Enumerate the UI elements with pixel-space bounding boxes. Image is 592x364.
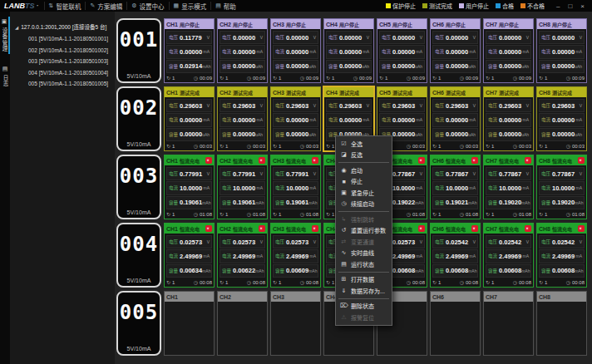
cycle-icon: ↻ <box>486 75 490 81</box>
current-unit: mA <box>523 253 530 258</box>
device-panel[interactable]: 0015V/10mA <box>116 18 161 83</box>
tree-item-003[interactable]: 003 [5V/10mA-1.1-20180501003] <box>10 56 115 67</box>
channel-card[interactable]: CH6 <box>430 291 481 356</box>
channel-card[interactable]: CH8用户停止电压0.00000V电流0.00000mA容量0.00000uAh… <box>536 18 587 83</box>
channel-card[interactable]: CH3恒流充电»电压0.77991V电流10.0000mA容量0.19061mA… <box>270 155 321 219</box>
voltage-unit: V <box>473 239 476 244</box>
step-time: ◷00:03 <box>407 143 425 149</box>
channel-card[interactable]: CH1用户停止电压0.11779V电流0.00000mA容量0.02914mAh… <box>164 18 215 83</box>
menu-display-mode[interactable]: ▦显示模式 <box>169 2 211 10</box>
collapse-arrow-icon[interactable]: ◢ <box>15 25 18 30</box>
context-menu-item-select-all[interactable]: ☑全选 <box>336 138 392 150</box>
device-panel[interactable]: 0025V/10mA <box>116 86 161 151</box>
context-menu-item-reset-run-params[interactable]: ↺重置运行参数 <box>336 225 392 237</box>
current-row: 电流10.0000mA <box>486 181 531 194</box>
current-row: 电流2.49969mA <box>539 249 585 263</box>
tree-root[interactable]: ◢127.0.0.1:2001,2000 [连接设备5 台] <box>10 22 115 33</box>
voltage-label: 电压 <box>222 34 231 41</box>
channel-card[interactable]: CH6恒流充电»电压0.77867V电流10.0000mA容量0.19021mA… <box>430 155 481 219</box>
channel-card[interactable]: CH7恒流充电»电压0.02542V电流2.49969mA容量0.00608mA… <box>483 223 534 288</box>
channel-card[interactable]: CH3用户停止电压0.00000V电流0.00000mA容量0.00000uAh… <box>270 18 321 83</box>
context-menu-item-invert-selection[interactable]: ◪反选 <box>336 150 392 161</box>
channel-card[interactable]: CH8恒流充电»电压0.77867V电流10.0000mA容量0.19020mA… <box>536 155 587 219</box>
device-panel[interactable]: 0035V/10mA <box>116 155 161 219</box>
minimize-button[interactable]: – <box>556 2 560 10</box>
context-menu-item-delete-status[interactable]: ⌦删除状态 <box>336 301 392 312</box>
channel-header: CH6测试完成 <box>431 87 480 97</box>
current-unit: mA <box>257 253 264 258</box>
current-row: 电流0.00000mA <box>166 113 212 126</box>
channel-card[interactable]: CH3 <box>270 291 321 356</box>
context-menu-item-save-data-as[interactable]: ⇓数据另存为... <box>336 285 392 297</box>
context-menu-item-stop[interactable]: ■停止 <box>336 176 392 188</box>
save-data-as-icon: ⇓ <box>340 288 348 294</box>
current-value: 10.0000 <box>233 184 255 192</box>
menu-separator <box>338 211 389 212</box>
tree-item-001[interactable]: 001 [5V/10mA-1.1-20180501001] <box>10 33 115 45</box>
channel-card[interactable]: CH2恒流充电»电压0.77991V电流10.0000mA容量0.19061mA… <box>217 155 268 219</box>
tree-item-005[interactable]: 005 [5V/10mA-1.1-20180501005] <box>10 78 115 90</box>
context-menu-item-resume-start[interactable]: ◷续接启动 <box>336 199 392 210</box>
channel-card[interactable]: CH7恒流充电»电压0.77867V电流10.0000mA容量0.19020mA… <box>483 155 534 219</box>
voltage-label: 电压 <box>222 102 231 109</box>
capacity-label: 容量 <box>435 199 444 206</box>
channel-card[interactable]: CH3测试完成电压0.29603V电流0.00000mA容量0.00000uAh… <box>270 86 321 151</box>
cycle-count: 1 <box>332 280 334 285</box>
current-label: 电流 <box>541 184 550 191</box>
maximize-button[interactable]: □ <box>568 2 572 10</box>
context-menu-item-start[interactable]: ◉启动 <box>336 165 392 176</box>
current-row: 电流0.00000mA <box>432 113 478 126</box>
legend-label: 不合格 <box>527 2 545 10</box>
channel-card[interactable]: CH8测试完成电压0.29603V电流0.00000mA容量0.00000uAh… <box>536 86 587 151</box>
channel-card[interactable]: CH2测试完成电压0.29603V电流0.00000mA容量0.00000uAh… <box>217 86 268 151</box>
channel-card[interactable]: CH1恒流充电»电压0.77991V电流10.0000mA容量0.19061mA… <box>164 155 215 219</box>
channel-card[interactable]: CH5用户停止电压0.00000V电流0.00000mA容量0.00000uAh… <box>377 18 427 83</box>
channel-card[interactable]: CH2 <box>217 291 268 356</box>
channel-card[interactable]: CH1恒流充电»电压0.02573V电流2.49969mA容量0.00634mA… <box>164 223 215 288</box>
current-value: 0.00000 <box>286 116 308 124</box>
menu-smart-connect[interactable]: ⇅智能联机 <box>44 2 86 10</box>
current-unit: mA <box>310 49 317 54</box>
tree-item-002[interactable]: 002 [5V/10mA-1.1-20180501002] <box>10 45 115 57</box>
context-menu-label: 续接启动 <box>351 199 374 208</box>
menu-plan-edit[interactable]: ✎方案编辑 <box>85 2 126 10</box>
channel-footer: ↻1◷01:08 <box>165 210 214 219</box>
channel-card[interactable]: CH4用户停止电压0.00000V电流0.00000mA容量0.00000uAh… <box>323 18 374 83</box>
channel-card[interactable]: CH2用户停止电压0.00000V电流0.00000mA容量0.00000uAh… <box>217 18 268 83</box>
channel-card[interactable]: CH1测试完成电压0.29603V电流0.00000mA容量0.00000uAh… <box>164 86 215 151</box>
channel-name: CH4 <box>326 22 338 27</box>
cycle-icon: ↻ <box>220 75 224 81</box>
current-label: 电流 <box>275 116 284 123</box>
rail-tab-log[interactable]: ▤日志 <box>0 64 10 89</box>
channel-card[interactable]: CH7用户停止电压0.00000V电流0.00000mA容量0.00000uAh… <box>483 18 534 83</box>
channel-card[interactable]: CH8恒流充电»电压0.02542V电流2.49969mA容量0.00608mA… <box>536 223 587 288</box>
channel-card[interactable]: CH6测试完成电压0.29603V电流0.00000mA容量0.00000uAh… <box>430 86 481 151</box>
channel-status: 测试完成 <box>499 89 519 96</box>
current-row: 电流10.0000mA <box>166 181 212 194</box>
channel-card[interactable]: CH7 <box>483 291 534 356</box>
channel-card[interactable]: CH8 <box>536 291 587 356</box>
channel-card[interactable]: CH6用户停止电压0.00000V电流0.00000mA容量0.00000uAh… <box>430 18 481 83</box>
context-menu-item-emergency-stop[interactable]: ▣紧急停止 <box>336 187 392 199</box>
current-unit: mA <box>310 117 317 122</box>
context-menu-item-run-status[interactable]: ▤运行状态 <box>336 258 392 270</box>
channel-values: 电压0.00000V电流0.00000mA容量0.00000uAh <box>271 29 320 74</box>
context-menu-item-open-data[interactable]: ⊞打开数据 <box>336 274 392 286</box>
menu-settings-center[interactable]: ⚙设置中心 <box>126 2 168 10</box>
device-panel[interactable]: 0045V/10mA <box>116 223 161 288</box>
close-button[interactable]: × <box>580 2 585 10</box>
device-panel[interactable]: 0055V/10mA <box>116 291 161 356</box>
menu-help[interactable]: ▤帮助 <box>210 2 240 10</box>
alarm-reset-icon: ⚠ <box>340 314 348 321</box>
channel-card[interactable]: CH6恒流充电»电压0.02542V电流2.49969mA容量0.00608mA… <box>430 223 481 288</box>
channel-card[interactable]: CH1 <box>164 291 215 356</box>
rail-tab-device-management[interactable]: ▣设备管理 <box>0 17 10 54</box>
channel-footer: ↻1◷00:09 <box>377 74 427 82</box>
channel-card[interactable]: CH7测试完成电压0.29603V电流0.00000mA容量0.00000uAh… <box>483 86 534 151</box>
tree-item-004[interactable]: 004 [5V/10mA-1.1-20180501004] <box>10 67 115 79</box>
context-menu-item-alarm-reset: ⚠报警复位 <box>336 312 392 323</box>
time-value: 00:08 <box>306 280 318 285</box>
context-menu-item-realtime-curve[interactable]: ∿实时曲线 <box>336 248 392 259</box>
channel-card[interactable]: CH2恒流充电»电压0.02573V电流2.49969mA容量0.00622mA… <box>217 223 268 288</box>
channel-card[interactable]: CH3恒流充电»电压0.02573V电流2.49969mA容量0.00609mA… <box>270 223 321 288</box>
